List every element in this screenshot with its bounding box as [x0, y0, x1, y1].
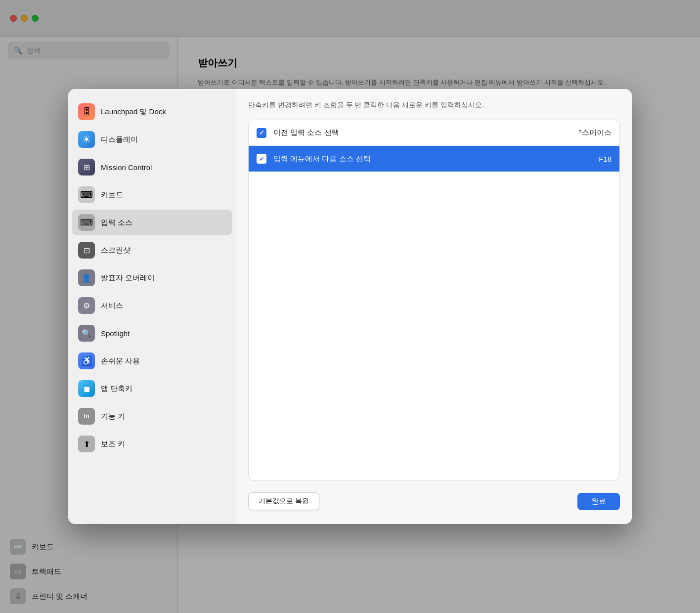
sidebar-item-display[interactable]: ☀ 디스플레이: [72, 127, 232, 152]
accessibility-label: 손쉬운 사용: [101, 356, 140, 366]
shortcut-row-prev-input[interactable]: ✓ 이전 입력 소스 선택 ^스페이스: [249, 120, 619, 146]
modifier-key-label: 보조 키: [101, 439, 125, 449]
modifier-key-icon: ⬆: [78, 436, 95, 452]
presenter-label: 발표자 오버레이: [101, 273, 155, 283]
modal-hint-text: 단축키를 변경하려면 키 조합을 두 번 클릭한 다음 새로운 키를 입력하십시…: [248, 101, 620, 110]
screenshot-label: 스크린샷: [101, 246, 131, 255]
shortcut-name-prev: 이전 입력 소스 선택: [273, 128, 578, 137]
sidebar-item-mission-control[interactable]: ⊞ Mission Control: [72, 154, 232, 180]
checkmark-next: ✓: [259, 155, 264, 163]
service-label: 서비스: [101, 301, 123, 310]
screenshot-icon: ⊡: [78, 242, 95, 259]
sidebar-item-modifier-key[interactable]: ⬆ 보조 키: [72, 431, 232, 457]
modal-overlay: 🎛 Launchpad 및 Dock ☀ 디스플레이 ⊞ Mission: [0, 0, 700, 613]
sidebar-item-presenter[interactable]: 👤 발표자 오버레이: [72, 265, 232, 291]
shortcut-table: ✓ 이전 입력 소스 선택 ^스페이스 ✓ 입력 메뉴에서 다음 소스 선택 F…: [248, 120, 620, 481]
app-shortcuts-label: 앱 단축키: [101, 384, 132, 394]
input-source-icon: ⌨: [78, 214, 95, 231]
accessibility-icon: ♿: [78, 352, 95, 369]
sidebar-item-spotlight[interactable]: 🔍 Spotlight: [72, 320, 232, 346]
shortcut-key-next: F18: [599, 155, 612, 163]
keyboard-label: 키보드: [101, 190, 123, 200]
launchpad-label: Launchpad 및 Dock: [101, 107, 166, 117]
mission-control-icon: ⊞: [78, 159, 95, 175]
modal-sidebar: 🎛 Launchpad 및 Dock ☀ 디스플레이 ⊞ Mission: [68, 89, 236, 524]
keyboard-icon: ⌨: [78, 186, 95, 203]
restore-defaults-button[interactable]: 기본값으로 복원: [248, 492, 319, 510]
spotlight-icon: 🔍: [78, 325, 95, 342]
spotlight-label: Spotlight: [101, 329, 130, 338]
done-button[interactable]: 완료: [577, 493, 620, 510]
modal-dialog: 🎛 Launchpad 및 Dock ☀ 디스플레이 ⊞ Mission: [68, 89, 632, 524]
shortcut-name-next: 입력 메뉴에서 다음 소스 선택: [273, 154, 599, 164]
display-icon: ☀: [78, 131, 95, 148]
sidebar-item-launchpad[interactable]: 🎛 Launchpad 및 Dock: [72, 99, 232, 125]
display-label: 디스플레이: [101, 135, 138, 144]
shortcut-checkbox-prev[interactable]: ✓: [257, 128, 266, 138]
modal-layout: 🎛 Launchpad 및 Dock ☀ 디스플레이 ⊞ Mission: [68, 89, 632, 524]
checkmark-prev: ✓: [259, 129, 264, 136]
sidebar-item-service[interactable]: ⚙ 서비스: [72, 293, 232, 318]
input-source-label: 입력 소스: [101, 218, 132, 227]
sidebar-item-accessibility[interactable]: ♿ 손쉬운 사용: [72, 348, 232, 374]
shortcut-checkbox-next[interactable]: ✓: [257, 154, 266, 164]
shortcut-key-prev: ^스페이스: [578, 128, 612, 137]
shortcut-row-next-input[interactable]: ✓ 입력 메뉴에서 다음 소스 선택 F18: [249, 146, 619, 172]
presenter-icon: 👤: [78, 269, 95, 286]
app-shortcuts-icon: ◼: [78, 380, 95, 397]
sidebar-item-input-source[interactable]: ⌨ 입력 소스: [72, 210, 232, 235]
modal-bottom-bar: 기본값으로 복원 완료: [248, 492, 620, 512]
sidebar-item-fn-key[interactable]: fn 기능 키: [72, 403, 232, 429]
sidebar-item-app-shortcuts[interactable]: ◼ 앱 단축키: [72, 376, 232, 401]
service-icon: ⚙: [78, 297, 95, 314]
sidebar-item-screenshot[interactable]: ⊡ 스크린샷: [72, 237, 232, 263]
modal-main-content: 단축키를 변경하려면 키 조합을 두 번 클릭한 다음 새로운 키를 입력하십시…: [236, 89, 632, 524]
sidebar-item-keyboard[interactable]: ⌨ 키보드: [72, 182, 232, 208]
launchpad-icon: 🎛: [78, 103, 95, 120]
fn-key-label: 기능 키: [101, 412, 125, 421]
fn-key-icon: fn: [78, 408, 95, 425]
mission-control-label: Mission Control: [101, 163, 152, 172]
